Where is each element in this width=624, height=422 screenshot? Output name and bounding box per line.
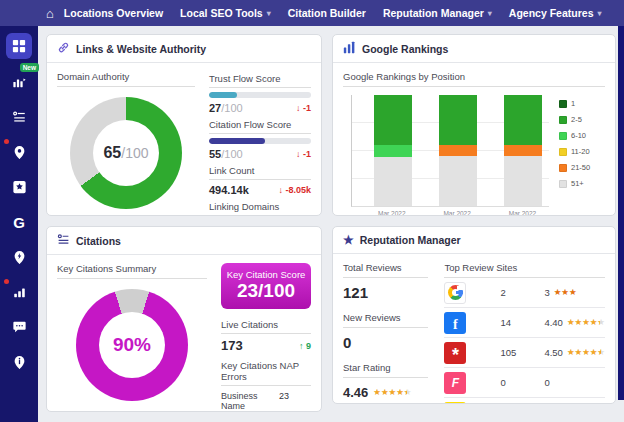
donut-value: 65 [103,144,121,162]
citations-card: Citations Key Citations Summary 90% Foun… [46,226,322,412]
dashboard-grid-icon [12,39,26,53]
rankings-subtitle: Google Rankings by Position [343,71,605,87]
review-site-row-facebook: f 14 4.40★★★★★★★★★★ [444,308,605,338]
review-site-row-yelp: * 105 4.50★★★★★★★★★★ [444,338,605,368]
notification-dot [4,139,9,144]
link-chain-icon [57,41,70,56]
trust-flow-value: 27/100 [209,102,243,114]
trust-flow-bar [209,92,311,98]
foursquare-icon: F [444,372,466,394]
new-reviews-value: 0 [343,334,428,351]
stacked-bar [374,95,412,206]
card-title: Links & Website Authority [76,43,206,55]
legend-item-21-50: 21-50 [559,163,605,172]
right-edge-strip [618,26,624,400]
citation-flow-bar [209,138,311,144]
sidebar-item-google[interactable]: G [6,210,32,234]
google-g-icon: G [13,214,25,231]
rankings-legend: 12-56-1011-2021-5051+ [559,95,605,216]
legend-item-11-20: 11-20 [559,147,605,156]
trust-flow-delta: ↓ -1 [296,103,311,113]
sidebar: New G [0,26,38,422]
google-icon [444,282,466,304]
review-stars: ★★★★★★★★★★ [567,318,605,327]
star-rating-value: 4.46 [343,385,368,400]
sidebar-item-citations[interactable] [6,105,32,129]
reputation-manager-card: ★ Reputation Manager Total Reviews 121 N… [332,226,616,404]
analytics-bars-icon [12,75,27,89]
no-listing-text: No Listing Found [555,403,605,404]
citations-donut: 90% [76,289,188,401]
sidebar-item-rankings[interactable]: New [6,70,32,94]
legend-item-51+: 51+ [559,179,605,188]
links-card-header: Links & Website Authority [47,35,321,63]
citations-card-header: Citations [47,227,321,255]
citation-flow-delta: ↓ -1 [296,149,311,159]
reputation-card-header: ★ Reputation Manager [333,227,615,254]
total-reviews-label: Total Reviews [343,262,428,278]
x-axis-labels: Mar 2022 Mar 2022 Mar 2022 [351,207,549,216]
main-content: Links & Website Authority Domain Authori… [38,26,624,422]
sidebar-item-rank-tracker[interactable] [6,280,32,304]
linking-domains-label: Linking Domains [209,199,311,216]
review-stars: ★★★★★★ [554,288,577,297]
new-reviews-label: New Reviews [343,312,428,328]
star-rating-stars: ★★★★★★★★★★ [373,388,411,397]
review-rating: 4.40 [544,317,563,328]
x-tick-label: Mar 2022 [427,210,487,216]
link-count-delta: ↓ -8.05k [278,185,311,195]
nap-errors-label: Key Citations NAP Errors [221,358,311,386]
review-count: 0 [500,377,544,388]
chat-icon [12,320,27,334]
sidebar-item-gbp[interactable] [6,245,32,269]
bar-segment-51+ [504,156,542,206]
total-reviews-value: 121 [343,284,428,301]
new-badge: New [20,63,39,72]
review-count: 105 [500,347,544,358]
top-review-sites-label: Top Review Sites [444,262,605,278]
citation-flow-label: Citation Flow Score [209,117,311,134]
review-stars: ★★★★★★★★★★ [567,348,605,357]
citation-list-icon [12,110,27,124]
score-box-title: Key Citation Score [221,269,311,280]
sidebar-item-geogrid[interactable] [6,140,32,164]
star-card-icon [12,180,27,194]
x-tick-label: Mar 2022 [492,210,552,216]
yellowpages-icon: Y [444,402,466,404]
sidebar-item-reviews[interactable] [6,175,32,199]
sidebar-item-dashboard[interactable] [6,33,32,59]
citations-stack-icon [57,233,70,248]
home-icon[interactable]: ⌂ [46,6,54,21]
sidebar-item-local-audit[interactable] [6,350,32,374]
live-citations-value: 173 [221,338,243,353]
trust-flow-label: Trust Flow Score [209,71,311,88]
nav-agency-features[interactable]: Agency Features▾ [509,7,602,19]
citations-donut-value: 90% [113,334,151,356]
legend-item-6-10: 6-10 [559,131,605,140]
nav-local-seo-tools[interactable]: Local SEO Tools▾ [180,7,271,19]
bar-segment-51+ [439,156,477,206]
bar-segment-21-50 [439,145,477,156]
x-tick-label: Mar 2022 [362,210,422,216]
notification-dot [4,279,9,284]
review-site-row-google: 2 3★★★★★★ [444,278,605,308]
nav-reputation-manager[interactable]: Reputation Manager▾ [383,7,492,19]
live-citations-delta: ↑ 9 [299,341,311,351]
review-site-row-yellowpages: Y ▲No Listing Found [444,398,605,404]
chevron-down-icon: ▾ [267,9,271,18]
pin-bolt-icon [13,250,26,265]
yelp-icon: * [444,342,466,364]
sidebar-item-messages[interactable] [6,315,32,339]
chevron-down-icon: ▾ [488,9,492,18]
nav-citation-builder[interactable]: Citation Builder [288,7,366,19]
review-count: 2 [500,287,544,298]
links-authority-card: Links & Website Authority Domain Authori… [46,34,322,216]
google-rankings-card: Google Rankings Google Rankings by Posit… [332,34,616,216]
rankings-card-header: Google Rankings [333,35,615,63]
score-box-value: 23/100 [221,280,311,302]
nav-locations-overview[interactable]: Locations Overview [64,7,163,19]
bar-chart-icon [343,41,356,56]
legend-item-1: 1 [559,99,605,108]
live-citations-label: Live Citations [221,317,311,334]
stacked-bar [504,95,542,206]
